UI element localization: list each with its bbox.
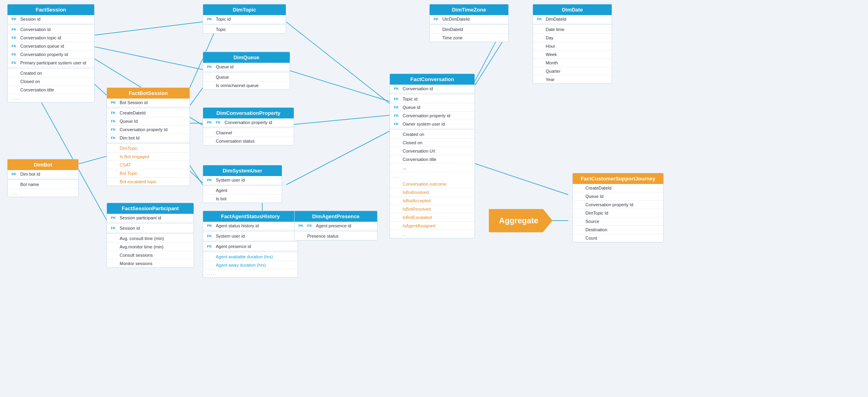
dim-agent-presence-entity: DimAgentPresence PKFKAgent presence id P…	[294, 211, 378, 240]
dim-system-user-entity: DimSystemUser PKSystem user id Agent Is …	[203, 165, 282, 203]
svg-line-1	[89, 46, 203, 70]
dim-topic-header: DimTopic	[203, 4, 286, 15]
dim-conversation-property-header: DimConversationProperty	[203, 108, 294, 118]
dim-system-user-fields: PKSystem user id Agent Is bot	[203, 176, 282, 203]
dim-bot-fields: PKDim bot Id Bot name ...	[8, 170, 78, 197]
fact-customer-support-journey-fields: CreateDateId Queue Id Conversation prope…	[573, 184, 663, 242]
dim-queue-entity: DimQueue PKQueue id Queue Is omnichannel…	[203, 52, 290, 90]
fact-bot-session-header: FactBotSession	[107, 88, 190, 99]
diagram-canvas: FactSession PKSession id FKConversation …	[0, 0, 868, 397]
fact-bot-session-fields: PKBot Session id FKCreateDateId FKQueue …	[107, 99, 190, 186]
dim-date-header: DimDate	[533, 4, 612, 15]
svg-line-0	[89, 22, 203, 36]
dim-agent-presence-header: DimAgentPresence	[294, 211, 377, 222]
svg-line-10	[286, 115, 389, 125]
dim-date-fields: PKDimDateId Date time Day Hour Week Mont…	[533, 15, 612, 83]
fact-session-fields: PKSession id FKConversation id FKConvers…	[8, 15, 94, 102]
fact-agent-status-history-entity: FactAgentStatusHistory PKAgent status hi…	[203, 211, 298, 278]
fact-conversation-fields: PKConversation id FKTopic id FKQueue id …	[390, 85, 475, 238]
fact-customer-support-journey-entity: FactCustomerSupportJourney CreateDateId …	[572, 173, 664, 242]
fact-session-participant-header: FactSessionParticipant	[107, 203, 194, 214]
svg-line-16	[461, 159, 568, 195]
aggregate-arrow: Aggregate	[477, 207, 564, 234]
dim-topic-fields: PKTopic id Topic	[203, 15, 286, 33]
dim-queue-fields: PKQueue id Queue Is omnichannel queue	[203, 63, 290, 89]
fact-conversation-header: FactConversation	[390, 74, 475, 85]
dim-timezone-fields: PKUtcDimDateId DimDateId Time zone	[430, 15, 508, 42]
fact-session-header: FactSession	[8, 4, 94, 15]
svg-line-9	[286, 70, 389, 101]
dim-timezone-header: DimTimeZone	[430, 4, 508, 15]
dim-bot-header: DimBot	[8, 159, 78, 170]
dim-bot-entity: DimBot PKDim bot Id Bot name ...	[7, 159, 79, 197]
svg-line-11	[286, 131, 389, 185]
fact-conversation-entity: FactConversation PKConversation id FKTop…	[389, 74, 475, 238]
dim-topic-entity: DimTopic PKTopic id Topic	[203, 4, 286, 34]
dim-conversation-property-entity: DimConversationProperty PKFKConversation…	[203, 107, 294, 145]
aggregate-label: Aggregate	[489, 209, 552, 232]
fact-agent-status-history-header: FactAgentStatusHistory	[203, 211, 298, 222]
dim-agent-presence-fields: PKFKAgent presence id Presence status	[294, 222, 377, 240]
fact-customer-support-journey-header: FactCustomerSupportJourney	[573, 173, 663, 184]
dim-timezone-entity: DimTimeZone PKUtcDimDateId DimDateId Tim…	[429, 4, 509, 42]
dim-queue-header: DimQueue	[203, 52, 290, 63]
fact-session-participant-entity: FactSessionParticipant PKSession partici…	[107, 203, 194, 268]
dim-date-entity: DimDate PKDimDateId Date time Day Hour W…	[533, 4, 612, 84]
dim-conversation-property-fields: PKFKConversation property id Channel Con…	[203, 118, 294, 145]
fact-session-participant-fields: PKSession participant id FKSession id Av…	[107, 214, 194, 267]
svg-line-17	[286, 22, 389, 103]
fact-session-entity: FactSession PKSession id FKConversation …	[7, 4, 95, 103]
fact-agent-status-history-fields: PKAgent status history id FKSystem user …	[203, 222, 298, 277]
fact-bot-session-entity: FactBotSession PKBot Session id FKCreate…	[107, 87, 190, 186]
dim-system-user-header: DimSystemUser	[203, 165, 282, 176]
